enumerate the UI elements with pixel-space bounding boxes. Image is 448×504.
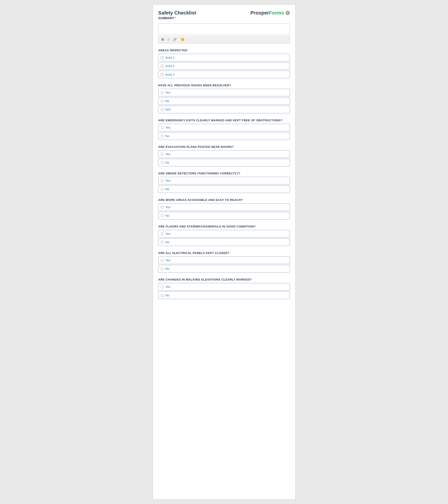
required-indicator: * (175, 16, 176, 20)
option-row-areas_inspected-0[interactable]: Area 1 (158, 54, 290, 61)
option-label-emergency_exits-0: Yes (165, 126, 171, 129)
section-label-smoke_detectors: ARE SMOKE DETECTORS FUNCTIONING CORRECTL… (158, 172, 290, 175)
input-previous_issues-2[interactable] (161, 108, 164, 111)
option-label-smoke_detectors-0: Yes (165, 179, 171, 182)
input-previous_issues-1[interactable] (161, 100, 164, 103)
logo-area: ProsperForms × (251, 10, 290, 16)
emoji-button[interactable]: 🙂 (180, 37, 185, 42)
option-row-floors_stairways-0[interactable]: Yes (158, 230, 290, 237)
section-electrical_panels: ARE ALL ELECTRICAL PANELS KEPT CLOSED?Ye… (158, 251, 290, 272)
option-label-walking_elevations-0: Yes (165, 285, 171, 288)
option-label-electrical_panels-1: No (165, 267, 169, 270)
option-row-smoke_detectors-0[interactable]: Yes (158, 177, 290, 184)
input-emergency_exits-1[interactable] (161, 135, 164, 138)
input-smoke_detectors-1[interactable] (161, 188, 164, 191)
section-emergency_exits: ARE EMERGENCY EXITS CLEARLY MARKED AND K… (158, 119, 290, 140)
italic-button[interactable]: I (167, 37, 170, 42)
close-button[interactable]: × (286, 11, 290, 15)
section-evacuation_plans: ARE EVACUATION PLANS POSTED NEAR DOORS?Y… (158, 145, 290, 166)
option-label-walking_elevations-1: No (165, 293, 169, 297)
form-title: Safety Checklist (158, 10, 196, 16)
option-row-walking_elevations-1[interactable]: No (158, 291, 290, 299)
section-label-floors_stairways: ARE FLOORS AND STAIRWAY/HANDRAILS IN GOO… (158, 225, 290, 228)
option-row-previous_issues-2[interactable]: N/A (158, 106, 290, 113)
option-label-areas_inspected-1: Area 2 (165, 64, 175, 68)
option-row-work_areas-0[interactable]: Yes (158, 203, 290, 211)
input-areas_inspected-0[interactable] (161, 56, 164, 59)
link-button[interactable]: 🔗 (172, 37, 178, 42)
option-label-emergency_exits-1: No (165, 134, 169, 138)
option-row-work_areas-1[interactable]: No (158, 212, 290, 219)
input-electrical_panels-0[interactable] (161, 259, 164, 262)
option-row-floors_stairways-1[interactable]: No (158, 238, 290, 246)
section-work_areas: ARE WORK AREAS ACCESSIBLE AND EASY TO RE… (158, 198, 290, 219)
option-row-emergency_exits-1[interactable]: No (158, 132, 290, 140)
title-block: Safety Checklist SUMMARY* (158, 10, 196, 20)
section-label-areas_inspected: AREAS INSPECTED (158, 49, 290, 52)
input-areas_inspected-1[interactable] (161, 65, 164, 68)
option-row-previous_issues-0[interactable]: Yes (158, 89, 290, 96)
section-label-previous_issues: HAVE ALL PREVIOUS ISSUES BEEN RESOLVED? (158, 84, 290, 87)
option-label-floors_stairways-0: Yes (165, 232, 171, 235)
input-floors_stairways-1[interactable] (161, 241, 164, 244)
option-row-evacuation_plans-1[interactable]: No (158, 159, 290, 166)
option-label-floors_stairways-1: No (165, 240, 169, 244)
section-label-work_areas: ARE WORK AREAS ACCESSIBLE AND EASY TO RE… (158, 198, 290, 202)
input-floors_stairways-0[interactable] (161, 232, 164, 235)
option-label-smoke_detectors-1: No (165, 187, 169, 191)
option-row-smoke_detectors-1[interactable]: No (158, 185, 290, 193)
option-row-areas_inspected-1[interactable]: Area 2 (158, 62, 290, 70)
toolbar: B I 🔗 🙂 (158, 36, 290, 43)
input-previous_issues-0[interactable] (161, 91, 164, 94)
logo-prosper: Prosper (251, 10, 269, 16)
logo: ProsperForms (251, 10, 284, 16)
input-walking_elevations-0[interactable] (161, 286, 164, 288)
section-label-evacuation_plans: ARE EVACUATION PLANS POSTED NEAR DOORS? (158, 145, 290, 148)
section-areas_inspected: AREAS INSPECTEDArea 1Area 2Area 3 (158, 49, 290, 78)
option-row-previous_issues-1[interactable]: No (158, 97, 290, 105)
form-subtitle: SUMMARY* (158, 16, 196, 20)
option-label-work_areas-0: Yes (165, 205, 171, 209)
option-label-areas_inspected-0: Area 1 (165, 56, 175, 59)
input-areas_inspected-2[interactable] (161, 73, 164, 76)
logo-forms: Forms (269, 10, 284, 16)
section-smoke_detectors: ARE SMOKE DETECTORS FUNCTIONING CORRECTL… (158, 172, 290, 193)
summary-textarea[interactable] (158, 23, 290, 35)
input-evacuation_plans-1[interactable] (161, 161, 164, 164)
section-walking_elevations: ARE CHANGES IN WALKING ELEVATIONS CLEARL… (158, 278, 290, 299)
section-floors_stairways: ARE FLOORS AND STAIRWAY/HANDRAILS IN GOO… (158, 225, 290, 246)
section-label-electrical_panels: ARE ALL ELECTRICAL PANELS KEPT CLOSED? (158, 251, 290, 255)
input-evacuation_plans-0[interactable] (161, 153, 164, 156)
input-electrical_panels-1[interactable] (161, 267, 164, 270)
option-row-areas_inspected-2[interactable]: Area 3 (158, 71, 290, 78)
option-label-previous_issues-0: Yes (165, 91, 171, 94)
option-row-emergency_exits-0[interactable]: Yes (158, 124, 290, 131)
option-row-electrical_panels-0[interactable]: Yes (158, 256, 290, 264)
option-label-previous_issues-2: N/A (165, 108, 171, 111)
section-previous_issues: HAVE ALL PREVIOUS ISSUES BEEN RESOLVED?Y… (158, 84, 290, 113)
form-container: Safety Checklist SUMMARY* ProsperForms ×… (153, 4, 295, 500)
input-emergency_exits-0[interactable] (161, 126, 164, 129)
bold-button[interactable]: B (161, 37, 165, 42)
option-row-evacuation_plans-0[interactable]: Yes (158, 150, 290, 158)
option-label-areas_inspected-2: Area 3 (165, 73, 175, 76)
option-row-electrical_panels-1[interactable]: No (158, 265, 290, 272)
option-label-electrical_panels-0: Yes (165, 258, 171, 262)
header: Safety Checklist SUMMARY* ProsperForms × (158, 10, 290, 20)
input-walking_elevations-1[interactable] (161, 294, 164, 297)
option-label-previous_issues-1: No (165, 99, 169, 103)
input-work_areas-1[interactable] (161, 214, 164, 217)
option-label-evacuation_plans-1: No (165, 161, 169, 164)
section-label-emergency_exits: ARE EMERGENCY EXITS CLEARLY MARKED AND K… (158, 119, 290, 122)
input-work_areas-0[interactable] (161, 206, 164, 209)
option-label-evacuation_plans-0: Yes (165, 152, 171, 156)
input-smoke_detectors-0[interactable] (161, 179, 164, 182)
option-label-work_areas-1: No (165, 214, 169, 217)
sections-container: AREAS INSPECTEDArea 1Area 2Area 3HAVE AL… (158, 49, 290, 299)
option-row-walking_elevations-0[interactable]: Yes (158, 283, 290, 290)
section-label-walking_elevations: ARE CHANGES IN WALKING ELEVATIONS CLEARL… (158, 278, 290, 281)
